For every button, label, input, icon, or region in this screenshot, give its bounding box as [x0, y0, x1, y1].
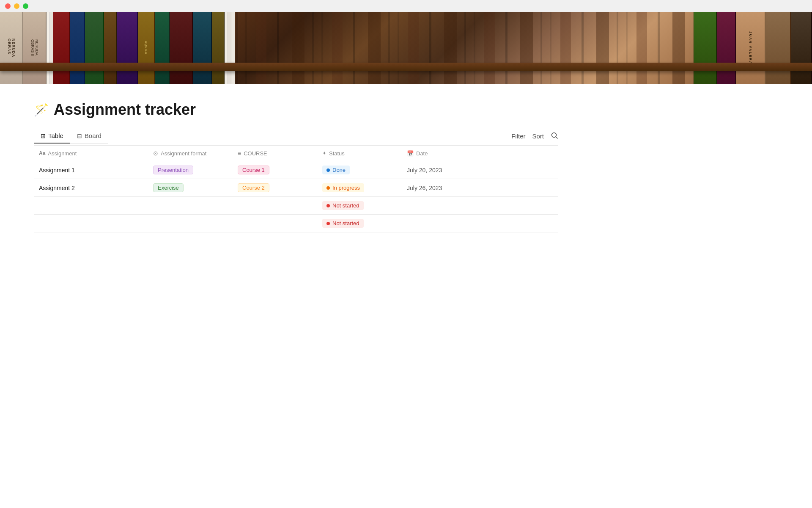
status-dot	[326, 204, 330, 207]
tab-table[interactable]: ⊞ Table	[34, 129, 70, 144]
format-badge: Exercise	[153, 183, 184, 192]
cell-status: Not started	[317, 215, 402, 232]
col-format-label: Assignment format	[161, 150, 206, 157]
table-icon: ⊞	[41, 133, 46, 139]
status-badge: Not started	[322, 201, 364, 210]
board-icon: ⊟	[77, 133, 82, 139]
assignment-name: Assignment 1	[39, 167, 75, 174]
cell-course: Course 2	[233, 179, 317, 197]
course-badge: Course 2	[238, 183, 269, 192]
status-type-icon: ✦	[322, 150, 326, 156]
col-course-label: COURSE	[244, 150, 267, 157]
cell-assignment	[34, 197, 148, 215]
cell-extra	[478, 179, 558, 197]
cell-format: Presentation	[148, 161, 233, 179]
format-badge: Presentation	[153, 166, 193, 174]
page-emoji-icon: 🪄	[34, 103, 49, 117]
cell-status: In progress	[317, 179, 402, 197]
cell-extra	[478, 161, 558, 179]
cell-course: Course 1	[233, 161, 317, 179]
table-row[interactable]: Not started	[34, 215, 558, 232]
main-content: 🪄 Assignment tracker ⊞ Table ⊟ Board Fil…	[0, 84, 592, 249]
cell-extra	[478, 215, 558, 232]
status-dot	[326, 222, 330, 225]
close-button[interactable]	[5, 3, 11, 9]
col-header-course[interactable]: ≡ COURSE	[233, 146, 317, 161]
window-chrome	[0, 0, 812, 12]
table-row[interactable]: Not started	[34, 197, 558, 215]
page-title-row: 🪄 Assignment tracker	[34, 101, 558, 119]
search-button[interactable]	[551, 132, 558, 141]
status-dot	[326, 186, 330, 190]
col-header-format[interactable]: ⊙ Assignment format	[148, 146, 233, 161]
sort-button[interactable]: Sort	[532, 133, 544, 140]
col-header-date[interactable]: 📅 Date	[402, 146, 478, 161]
svg-point-0	[552, 133, 557, 137]
col-date-label: Date	[416, 150, 428, 157]
table-row[interactable]: Assignment 2ExerciseCourse 2In progressJ…	[34, 179, 558, 197]
cell-course	[233, 197, 317, 215]
page-title: Assignment tracker	[54, 101, 196, 119]
status-badge: Done	[322, 166, 350, 174]
course-type-icon: ≡	[238, 150, 241, 157]
cell-format: Exercise	[148, 179, 233, 197]
course-badge: Course 1	[238, 166, 269, 174]
hero-banner: NERUDAOBRAS NERUDAOBRAS II AQUILA JUAN V…	[0, 12, 812, 84]
col-header-extra	[478, 146, 558, 161]
col-header-assignment[interactable]: Aa Assignment	[34, 146, 148, 161]
cell-assignment: Assignment 1	[34, 161, 148, 179]
cell-course	[233, 215, 317, 232]
table-body: Assignment 1PresentationCourse 1DoneJuly…	[34, 161, 558, 232]
cell-date	[402, 215, 478, 232]
view-tabs: ⊞ Table ⊟ Board	[34, 129, 108, 144]
cell-date: July 26, 2023	[402, 179, 478, 197]
cell-date: July 20, 2023	[402, 161, 478, 179]
col-status-label: Status	[329, 150, 345, 157]
col-header-status[interactable]: ✦ Status	[317, 146, 402, 161]
format-type-icon: ⊙	[153, 150, 158, 157]
date-type-icon: 📅	[407, 150, 414, 157]
assignment-name: Assignment 2	[39, 185, 75, 191]
cell-assignment	[34, 215, 148, 232]
minimize-button[interactable]	[14, 3, 19, 9]
tab-board-label: Board	[85, 132, 102, 139]
date-value: July 26, 2023	[407, 185, 442, 191]
date-value: July 20, 2023	[407, 167, 442, 174]
cell-assignment: Assignment 2	[34, 179, 148, 197]
toolbar: Filter Sort	[511, 132, 558, 141]
status-badge: Not started	[322, 219, 364, 228]
svg-line-1	[556, 137, 558, 138]
search-icon	[551, 132, 558, 139]
tab-board[interactable]: ⊟ Board	[70, 129, 108, 144]
cell-status: Done	[317, 161, 402, 179]
status-dot	[326, 168, 330, 172]
col-assignment-label: Assignment	[48, 150, 77, 157]
cell-extra	[478, 197, 558, 215]
filter-button[interactable]: Filter	[511, 133, 525, 140]
cell-format	[148, 197, 233, 215]
cell-format	[148, 215, 233, 232]
table-header: Aa Assignment ⊙ Assignment format ≡	[34, 146, 558, 161]
table-row[interactable]: Assignment 1PresentationCourse 1DoneJuly…	[34, 161, 558, 179]
cell-status: Not started	[317, 197, 402, 215]
status-badge: In progress	[322, 183, 364, 192]
tab-table-label: Table	[48, 132, 63, 139]
tabs-toolbar-row: ⊞ Table ⊟ Board Filter Sort	[34, 129, 558, 144]
data-table-container: Aa Assignment ⊙ Assignment format ≡	[34, 145, 558, 232]
maximize-button[interactable]	[23, 3, 28, 9]
data-table: Aa Assignment ⊙ Assignment format ≡	[34, 145, 558, 232]
cell-date	[402, 197, 478, 215]
assignment-type-icon: Aa	[39, 150, 45, 156]
